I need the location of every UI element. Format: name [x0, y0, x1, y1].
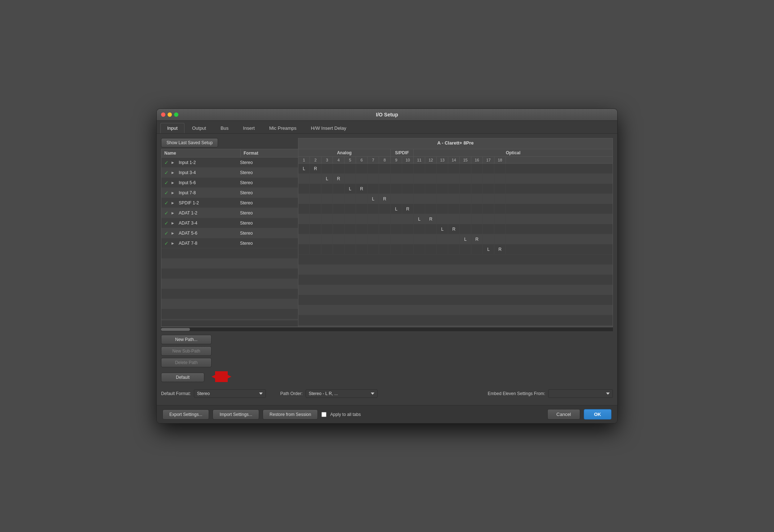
embed-select[interactable]	[548, 389, 613, 398]
grid-cell: L	[344, 184, 356, 194]
restore-from-session-button[interactable]: Restore from Session	[263, 409, 318, 420]
tab-output[interactable]: Output	[185, 123, 213, 133]
grid-cell	[471, 214, 483, 224]
new-sub-path-button[interactable]: New Sub-Path	[161, 346, 212, 356]
io-table: Name Format ✓▶Input 1-2Stereo✓▶Input 3-4…	[161, 149, 613, 327]
grid-cell: L	[321, 174, 333, 184]
grid-cell	[494, 174, 506, 184]
grid-cell: R	[425, 214, 437, 224]
grid-cell	[368, 174, 379, 184]
row-expand-icon[interactable]: ▶	[172, 171, 177, 174]
path-order-select[interactable]: Stereo - L R, ... Stereo - R L, ...	[306, 389, 378, 398]
row-check-icon: ✓	[161, 210, 172, 216]
grid-cell	[483, 214, 494, 224]
row-check-icon: ✓	[161, 170, 172, 176]
row-check-icon: ✓	[161, 160, 172, 165]
channel-num-14: 14	[448, 157, 460, 163]
maximize-button[interactable]	[174, 112, 178, 117]
grid-cell	[333, 164, 344, 174]
grid-cell	[321, 164, 333, 174]
row-name-label: SPDIF 1-2	[177, 200, 239, 206]
show-saved-section: Show Last Saved Setup	[161, 138, 298, 149]
row-expand-icon[interactable]: ▶	[172, 181, 177, 185]
grid-cell	[379, 244, 391, 254]
tab-insert[interactable]: Insert	[236, 123, 262, 133]
grid-cell	[344, 204, 356, 214]
row-expand-icon[interactable]: ▶	[172, 241, 177, 245]
path-buttons: New Path... New Sub-Path Delete Path Def…	[161, 331, 212, 386]
row-expand-icon[interactable]: ▶	[172, 201, 177, 205]
grid-cell	[344, 244, 356, 254]
grid-cell	[471, 204, 483, 214]
col-header-name: Name	[161, 149, 241, 157]
channel-num-3: 3	[321, 157, 333, 163]
import-settings-button[interactable]: Import Settings...	[213, 409, 259, 420]
grid-row: LR	[298, 204, 613, 214]
table-row: ✓▶SPDIF 1-2Stereo	[161, 198, 298, 208]
grid-cell	[356, 164, 368, 174]
grid-cell	[402, 164, 414, 174]
tab-input[interactable]: Input	[160, 123, 184, 133]
group-analog: Analog	[298, 149, 391, 156]
grid-cell	[356, 234, 368, 244]
delete-path-button[interactable]: Delete Path	[161, 358, 212, 367]
grid-cell	[471, 194, 483, 204]
show-last-saved-button[interactable]: Show Last Saved Setup	[161, 138, 218, 147]
default-button[interactable]: Default	[161, 373, 204, 382]
grid-cell	[310, 174, 321, 184]
io-setup-dialog: I/O Setup Input Output Bus Insert Mic Pr…	[156, 108, 618, 424]
grid-cell	[471, 164, 483, 174]
grid-cell	[437, 194, 448, 204]
grid-cell	[471, 184, 483, 194]
table-row: ✓▶Input 1-2Stereo	[161, 158, 298, 168]
grid-cell	[414, 244, 425, 254]
grid-cell	[402, 184, 414, 194]
tab-hw-insert-delay[interactable]: H/W Insert Delay	[304, 123, 353, 133]
channel-num-10: 10	[402, 157, 414, 163]
default-format-select[interactable]: Stereo Mono LCR Quad	[194, 389, 266, 398]
svg-marker-0	[212, 371, 231, 382]
grid-cell	[310, 204, 321, 214]
row-expand-icon[interactable]: ▶	[172, 221, 177, 225]
minimize-button[interactable]	[168, 112, 172, 117]
scrollbar-thumb[interactable]	[161, 328, 190, 331]
grid-panel: Analog S/PDIF Optical 123456789101112131…	[298, 149, 613, 327]
channel-num-15: 15	[460, 157, 471, 163]
grid-cell	[379, 174, 391, 184]
grid-cell	[321, 194, 333, 204]
table-row: ✓▶ADAT 3-4Stereo	[161, 218, 298, 228]
grid-cell	[483, 164, 494, 174]
grid-cell	[356, 244, 368, 254]
grid-cell	[368, 164, 379, 174]
export-settings-button[interactable]: Export Settings...	[163, 409, 209, 420]
grid-cell: R	[310, 164, 321, 174]
grid-cell	[460, 204, 471, 214]
scrollbar[interactable]	[161, 327, 613, 331]
close-button[interactable]	[161, 112, 165, 117]
row-check-icon: ✓	[161, 180, 172, 186]
row-expand-icon[interactable]: ▶	[172, 211, 177, 215]
grid-cell	[460, 184, 471, 194]
apply-to-all-tabs-checkbox[interactable]	[321, 412, 326, 417]
grid-cell	[494, 164, 506, 174]
grid-cell	[425, 164, 437, 174]
tab-bus[interactable]: Bus	[214, 123, 235, 133]
row-expand-icon[interactable]: ▶	[172, 231, 177, 235]
tab-mic-preamps[interactable]: Mic Preamps	[262, 123, 303, 133]
channel-num-8: 8	[379, 157, 391, 163]
row-expand-icon[interactable]: ▶	[172, 191, 177, 195]
grid-cell: R	[448, 224, 460, 234]
new-path-button[interactable]: New Path...	[161, 335, 212, 344]
channel-num-16: 16	[471, 157, 483, 163]
channel-num-2: 2	[310, 157, 321, 163]
ok-button[interactable]: OK	[584, 409, 612, 420]
grid-cell	[379, 214, 391, 224]
row-expand-icon[interactable]: ▶	[172, 161, 177, 164]
grid-cell: L	[460, 234, 471, 244]
grid-cell	[379, 204, 391, 214]
grid-cell	[494, 224, 506, 234]
grid-cell	[437, 214, 448, 224]
cancel-button[interactable]: Cancel	[547, 409, 580, 420]
table-row: ✓▶ADAT 7-8Stereo	[161, 238, 298, 248]
embed-select-wrapper	[548, 389, 613, 398]
